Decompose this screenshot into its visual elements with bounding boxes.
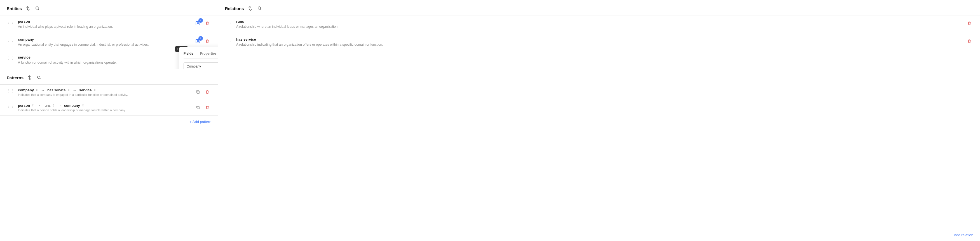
relation-name-runs: runs bbox=[236, 19, 966, 24]
pattern-from-chevron-0[interactable]: ⇕ bbox=[35, 88, 38, 92]
patterns-search-icon[interactable] bbox=[36, 74, 43, 81]
entity-fields-btn-person[interactable]: 1 bbox=[194, 19, 202, 27]
patterns-sort-icon[interactable] bbox=[26, 74, 33, 81]
entity-row-person: ⋮⋮ person An individual who plays a pivo… bbox=[0, 15, 218, 34]
right-panel: Relations ⋮⋮ runs A relationship where a bbox=[218, 0, 980, 241]
entity-desc-company: An organizational entity that engages in… bbox=[18, 42, 194, 47]
add-relation-btn[interactable]: + Add relation bbox=[951, 233, 973, 237]
left-panel: Entities ⋮⋮ pe bbox=[0, 0, 218, 241]
pattern-arrow-0: → bbox=[41, 88, 45, 92]
relation-name-has-service: has service bbox=[236, 37, 966, 41]
svg-rect-19 bbox=[197, 91, 199, 94]
svg-point-0 bbox=[36, 7, 38, 9]
main-layout: Entities ⋮⋮ pe bbox=[0, 0, 980, 241]
pattern-to-chevron-1[interactable]: ⇕ bbox=[82, 104, 84, 107]
entity-delete-btn-company[interactable] bbox=[204, 37, 211, 45]
entity-actions-company: 1 Fields bbox=[194, 37, 211, 45]
pattern-row-1: ⋮⋮ person ⇕ → runs ⇕ → company ⇕ Indicat… bbox=[0, 100, 218, 115]
drag-handle-company[interactable]: ⋮⋮ bbox=[7, 38, 14, 42]
pattern-to-0: service bbox=[79, 88, 92, 92]
relations-list: ⋮⋮ runs A relationship where an individu… bbox=[218, 15, 980, 229]
popup-body: Location × Number of Employees × Propert… bbox=[184, 62, 218, 69]
drag-handle-person[interactable]: ⋮⋮ bbox=[7, 20, 14, 24]
pattern-relation-chevron-0[interactable]: ⇕ bbox=[67, 88, 70, 92]
add-pattern-row: + Add pattern bbox=[0, 115, 218, 128]
entity-desc-person: An individual who plays a pivotal role i… bbox=[18, 24, 194, 29]
patterns-header: Patterns bbox=[0, 69, 218, 85]
patterns-section: Patterns ⋮⋮ company bbox=[0, 69, 218, 128]
pattern-actions-1 bbox=[194, 104, 211, 111]
pattern-arrow2-1: → bbox=[58, 104, 61, 108]
relation-content-runs: runs A relationship where an individual … bbox=[236, 19, 966, 29]
relations-header: Relations bbox=[218, 0, 980, 15]
pattern-content-1: person ⇕ → runs ⇕ → company ⇕ Indicates … bbox=[18, 104, 194, 112]
drag-handle-has-service[interactable]: ⋮⋮ bbox=[225, 38, 233, 42]
relation-actions-has-service bbox=[966, 37, 973, 45]
relation-desc-runs: A relationship where an individual leads… bbox=[236, 24, 966, 29]
entity-content-person: person An individual who plays a pivotal… bbox=[18, 19, 194, 29]
svg-rect-20 bbox=[197, 107, 199, 109]
relation-row-runs: ⋮⋮ runs A relationship where an individu… bbox=[218, 15, 980, 34]
popup-fields-col bbox=[184, 62, 218, 69]
entities-title: Entities bbox=[7, 6, 22, 11]
pattern-from-chevron-1[interactable]: ⇕ bbox=[32, 104, 34, 107]
popup-header: Fields Properties bbox=[184, 51, 218, 59]
add-pattern-btn[interactable]: + Add pattern bbox=[189, 120, 211, 124]
popup-field-input[interactable] bbox=[184, 62, 218, 69]
drag-handle-pattern-1[interactable]: ⋮⋮ bbox=[7, 104, 14, 109]
entities-list: ⋮⋮ person An individual who plays a pivo… bbox=[0, 15, 218, 69]
entity-name-company: company bbox=[18, 37, 194, 41]
drag-handle-service[interactable]: ⋮⋮ bbox=[7, 56, 14, 60]
entity-name-service: service bbox=[18, 55, 194, 59]
pattern-row-0: ⋮⋮ company ⇕ → has service ⇕ → service ⇕… bbox=[0, 85, 218, 100]
entity-badge-company: 1 bbox=[199, 36, 203, 41]
pattern-delete-btn-0[interactable] bbox=[204, 88, 211, 96]
relation-content-has-service: has service A relationship indicating th… bbox=[236, 37, 966, 47]
drag-handle-pattern-0[interactable]: ⋮⋮ bbox=[7, 89, 14, 93]
pattern-desc-0: Indicates that a company is engaged in a… bbox=[18, 93, 194, 96]
relation-delete-btn-runs[interactable] bbox=[966, 19, 973, 27]
pattern-to-chevron-0[interactable]: ⇕ bbox=[94, 88, 96, 92]
entity-fields-btn-company[interactable]: 1 Fields bbox=[194, 37, 202, 45]
entity-name-person: person bbox=[18, 19, 194, 24]
pattern-copy-btn-0[interactable] bbox=[194, 88, 202, 96]
pattern-from-0: company bbox=[18, 88, 34, 92]
popup-tab-properties[interactable]: Properties bbox=[200, 51, 216, 56]
entities-header: Entities bbox=[0, 0, 218, 15]
entity-row-company: ⋮⋮ company An organizational entity that… bbox=[0, 34, 218, 51]
entities-section: Entities ⋮⋮ pe bbox=[0, 0, 218, 69]
pattern-to-1: company bbox=[64, 104, 80, 108]
relations-sort-icon[interactable] bbox=[247, 5, 253, 12]
patterns-title: Patterns bbox=[7, 75, 24, 80]
entities-search-icon[interactable] bbox=[34, 5, 41, 12]
pattern-relation-0: has service bbox=[47, 88, 66, 92]
entity-desc-service: A function or domain of activity within … bbox=[18, 60, 194, 65]
entities-sort-icon[interactable] bbox=[25, 5, 31, 12]
relations-title: Relations bbox=[225, 6, 244, 11]
popup-tab-fields[interactable]: Fields bbox=[184, 51, 193, 56]
entity-actions-person: 1 bbox=[194, 19, 211, 27]
relation-desc-has-service: A relationship indicating that an organi… bbox=[236, 42, 966, 47]
relation-actions-runs bbox=[966, 19, 973, 27]
pattern-arrow-1: → bbox=[37, 104, 41, 108]
pattern-from-1: person bbox=[18, 104, 30, 108]
pattern-content-0: company ⇕ → has service ⇕ → service ⇕ In… bbox=[18, 88, 194, 96]
fields-popup: Fields Properties Location bbox=[179, 47, 218, 69]
pattern-copy-btn-1[interactable] bbox=[194, 104, 202, 111]
pattern-relation-chevron-1[interactable]: ⇕ bbox=[52, 104, 55, 107]
relations-search-icon[interactable] bbox=[256, 5, 263, 12]
pattern-arrow2-0: → bbox=[73, 88, 76, 92]
drag-handle-runs[interactable]: ⋮⋮ bbox=[225, 20, 233, 24]
entity-delete-btn-person[interactable] bbox=[204, 19, 211, 27]
entity-content-company: company An organizational entity that en… bbox=[18, 37, 194, 47]
entity-badge-person: 1 bbox=[199, 18, 203, 23]
svg-point-18 bbox=[38, 76, 40, 78]
entity-content-service: service A function or domain of activity… bbox=[18, 55, 194, 65]
pattern-relation-1: runs bbox=[43, 104, 50, 108]
pattern-delete-btn-1[interactable] bbox=[204, 104, 211, 111]
pattern-desc-1: Indicates that a person holds a leadersh… bbox=[18, 109, 194, 112]
add-relation-row: + Add relation bbox=[218, 229, 980, 241]
pattern-actions-0 bbox=[194, 88, 211, 96]
svg-point-21 bbox=[258, 7, 261, 9]
relation-delete-btn-has-service[interactable] bbox=[966, 37, 973, 45]
